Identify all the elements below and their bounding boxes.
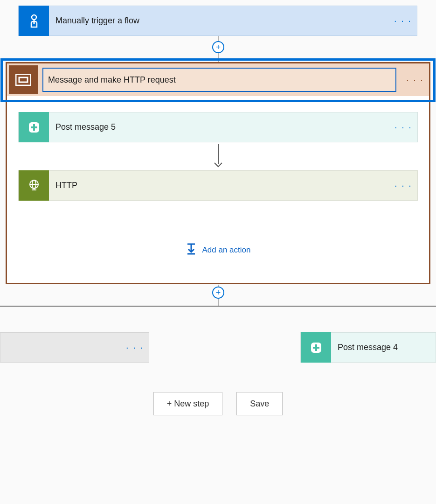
action-card-http[interactable]: HTTP · · · [18, 170, 418, 201]
plus-icon: + [216, 288, 221, 298]
plus-icon: + [216, 42, 221, 52]
svg-rect-2 [19, 77, 28, 82]
scope-icon [9, 65, 38, 94]
action-card-post-message[interactable]: Post message 5 · · · [18, 112, 418, 142]
branch-card-right[interactable]: Post message 4 [300, 332, 436, 363]
scope-header[interactable]: · · · [7, 63, 429, 96]
scope-title-wrapper [38, 68, 401, 92]
action-title: HTTP [49, 181, 389, 190]
scope-body: Post message 5 · · · HTTP · · · [7, 96, 429, 283]
save-label: Save [250, 399, 269, 409]
scope-container: · · · Post message 5 · · · [6, 62, 430, 284]
manual-trigger-icon [19, 6, 49, 36]
save-button[interactable]: Save [236, 392, 283, 415]
add-action-button[interactable]: Add an action [18, 243, 418, 257]
action-title: Post message 4 [331, 343, 436, 352]
svg-rect-1 [16, 74, 31, 85]
branch-card-left[interactable]: · · · [0, 332, 149, 363]
slack-icon [301, 332, 331, 363]
slack-icon [19, 112, 49, 142]
action-more-button[interactable]: · · · [121, 342, 149, 353]
action-more-button[interactable]: · · · [389, 122, 417, 133]
add-action-label: Add an action [202, 245, 251, 255]
connector-arrow [18, 142, 418, 170]
new-step-label: + New step [167, 399, 209, 409]
svg-point-0 [32, 15, 36, 20]
branch-split-line [0, 306, 436, 307]
trigger-card[interactable]: Manually trigger a flow · · · [18, 6, 417, 36]
scope-title-input[interactable] [42, 68, 396, 92]
insert-step-button[interactable]: + [212, 41, 224, 53]
insert-step-button[interactable]: + [212, 287, 224, 299]
action-title: Post message 5 [49, 122, 389, 132]
http-globe-icon [19, 170, 49, 201]
action-more-button[interactable]: · · · [389, 180, 417, 191]
trigger-title: Manually trigger a flow [49, 16, 389, 26]
trigger-more-button[interactable]: · · · [389, 15, 417, 26]
new-step-button[interactable]: + New step [153, 392, 223, 415]
footer-buttons: + New step Save [0, 392, 436, 415]
add-action-icon [186, 243, 197, 257]
scope-more-button[interactable]: · · · [401, 75, 429, 85]
